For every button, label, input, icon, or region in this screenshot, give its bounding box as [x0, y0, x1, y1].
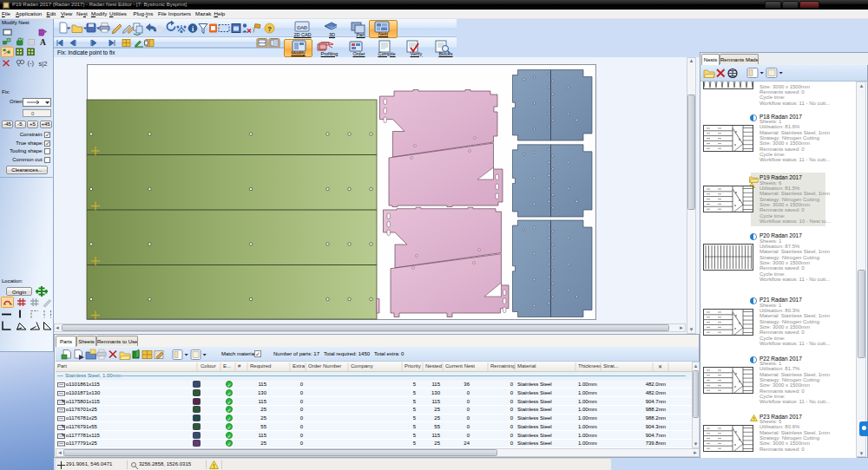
- svg-text:s|2: s|2: [39, 60, 48, 68]
- svg-text:(-): (-): [28, 59, 35, 67]
- svg-text:!: !: [214, 463, 215, 469]
- svg-text:CAD: CAD: [297, 25, 308, 30]
- svg-text:A: A: [40, 38, 46, 47]
- svg-text:?: ?: [267, 25, 272, 33]
